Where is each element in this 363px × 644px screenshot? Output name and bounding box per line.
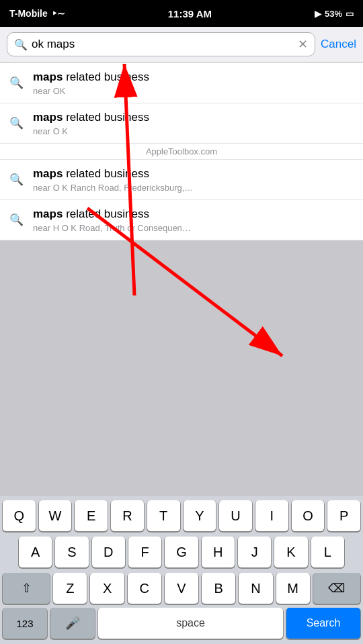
list-item[interactable]: 🔍 maps related business near H O K Road,… — [0, 200, 363, 240]
status-bar: T-Mobile ‣∼ 11:39 AM ▶ 53% ▭ — [0, 0, 363, 27]
mic-key[interactable]: 🎤 — [50, 608, 95, 639]
key-f[interactable]: F — [128, 537, 161, 567]
space-key[interactable]: space — [98, 608, 283, 639]
suggestion-text-block: maps related business near OK — [33, 70, 354, 96]
key-x[interactable]: X — [90, 573, 124, 604]
suggestion-title: maps related business — [33, 167, 354, 181]
key-j[interactable]: J — [238, 537, 271, 567]
suggestion-text-block: maps related business near O K Ranch Roa… — [33, 167, 354, 193]
key-u[interactable]: U — [219, 500, 252, 531]
battery-icon: ▭ — [346, 9, 354, 19]
suggestion-text-block: maps related business near H O K Road, T… — [33, 207, 354, 233]
list-item[interactable]: 🔍 maps related business near O K — [0, 103, 363, 144]
key-k[interactable]: K — [274, 537, 307, 567]
key-d[interactable]: D — [92, 537, 125, 567]
battery-label: 53% — [325, 9, 342, 19]
key-b[interactable]: B — [202, 573, 235, 604]
search-icon: 🔍 — [9, 76, 24, 90]
suggestion-subtitle: near OK — [33, 86, 354, 96]
suggestion-title: maps related business — [33, 110, 354, 125]
search-icon: 🔍 — [14, 38, 28, 51]
key-s[interactable]: S — [55, 537, 88, 567]
key-i[interactable]: I — [255, 500, 288, 531]
status-time: 11:39 AM — [168, 8, 212, 19]
search-key[interactable]: Search — [286, 608, 360, 639]
key-h[interactable]: H — [202, 537, 235, 567]
num-key[interactable]: 123 — [3, 608, 47, 639]
list-item[interactable]: 🔍 maps related business near OK — [0, 63, 363, 103]
keyboard-row-bottom: 123 🎤 space Search — [0, 605, 363, 644]
delete-key[interactable]: ⌫ — [313, 573, 360, 604]
key-e[interactable]: E — [75, 500, 108, 531]
suggestion-subtitle: near O K — [33, 126, 354, 136]
key-p[interactable]: P — [327, 500, 360, 531]
key-m[interactable]: M — [276, 573, 310, 604]
key-w[interactable]: W — [39, 500, 72, 531]
key-r[interactable]: R — [111, 500, 144, 531]
search-icon: 🔍 — [9, 213, 24, 227]
search-icon: 🔍 — [9, 116, 24, 130]
cancel-button[interactable]: Cancel — [321, 38, 356, 51]
suggestion-subtitle: near H O K Road, Truth or Consequen… — [33, 223, 354, 233]
shift-key[interactable]: ⇧ — [3, 573, 50, 604]
carrier-label: T-Mobile — [9, 8, 48, 19]
clear-button[interactable]: ✕ — [298, 37, 308, 52]
key-n[interactable]: N — [239, 573, 272, 604]
search-input-container[interactable]: 🔍 ok maps ✕ — [7, 32, 315, 56]
key-q[interactable]: Q — [3, 500, 36, 531]
key-z[interactable]: Z — [53, 573, 87, 604]
keyboard-row-2: A S D F G H J K L — [0, 533, 363, 569]
key-y[interactable]: Y — [184, 500, 216, 531]
key-o[interactable]: O — [292, 500, 325, 531]
key-c[interactable]: C — [128, 573, 161, 604]
status-right: ▶ 53% ▭ — [315, 9, 354, 19]
status-left: T-Mobile ‣∼ — [9, 8, 65, 19]
key-t[interactable]: T — [147, 500, 180, 531]
wifi-icon: ‣∼ — [52, 8, 65, 19]
list-item[interactable]: 🔍 maps related business near O K Ranch R… — [0, 160, 363, 200]
search-input[interactable]: ok maps — [32, 38, 294, 51]
search-icon: 🔍 — [9, 173, 24, 187]
suggestion-title: maps related business — [33, 70, 354, 85]
suggestion-subtitle: near O K Ranch Road, Fredericksburg,… — [33, 183, 354, 193]
search-bar-area: 🔍 ok maps ✕ Cancel — [0, 27, 363, 62]
suggestion-title: maps related business — [33, 207, 354, 222]
keyboard-row-1: Q W E R T Y U I O P — [0, 496, 363, 533]
watermark: AppleToolbox.com — [0, 144, 363, 160]
key-l[interactable]: L — [311, 537, 344, 567]
keyboard-row-3: ⇧ Z X C V B N M ⌫ — [0, 569, 363, 605]
suggestions-list: 🔍 maps related business near OK 🔍 maps r… — [0, 62, 363, 240]
key-v[interactable]: V — [165, 573, 198, 604]
suggestion-text-block: maps related business near O K — [33, 110, 354, 136]
key-a[interactable]: A — [19, 537, 52, 567]
location-icon: ▶ — [315, 9, 321, 19]
keyboard: Q W E R T Y U I O P A S D F G H J K L ⇧ … — [0, 496, 363, 644]
key-g[interactable]: G — [165, 537, 198, 567]
